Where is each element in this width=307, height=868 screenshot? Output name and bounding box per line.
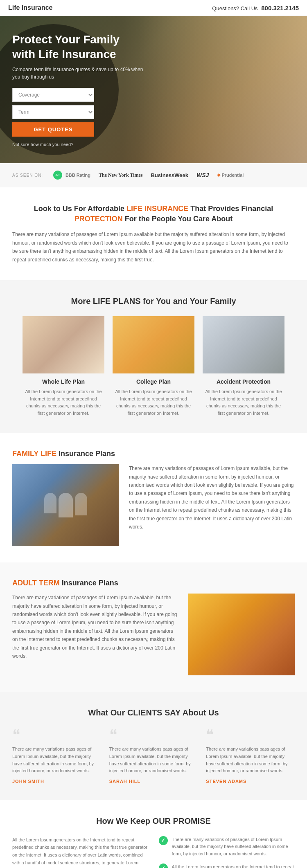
section1-title: Look to Us For Affordable LIFE INSURANCE… <box>12 204 295 224</box>
plan-desc-1: All the Lorem Ipsum generators on the In… <box>23 388 104 417</box>
testimonial-name-3: STEVEN ADAMS <box>206 779 295 784</box>
section-life-plans: More LIFE PLANS for You and Your Family … <box>0 280 307 433</box>
as-seen-label: AS SEEN ON: <box>12 173 43 178</box>
site-header: Life Insurance Questions? Call Us 800.32… <box>0 0 307 16</box>
plans-title-highlight: LIFE PLANS <box>93 297 141 306</box>
plan-desc-2: All the Lorem Ipsum generators on the In… <box>113 388 194 417</box>
adult-term-image <box>188 594 295 675</box>
hero-title: Protect Your Family with Life Insurance <box>12 32 143 62</box>
hero-subtitle: Compare term life insurance quotes & sav… <box>12 66 143 81</box>
family-life-content: There are many variations of passages of… <box>12 464 295 546</box>
pru-label: Prudential <box>221 173 244 178</box>
plan-name-1: Whole Life Plan <box>23 378 104 385</box>
phone-number: 800.321.2145 <box>261 4 299 11</box>
section-affordable: Look to Us For Affordable LIFE INSURANCE… <box>0 187 307 280</box>
testimonials-grid: ❝ There are many variations pass ages of… <box>12 728 295 783</box>
quote-icon-2: ❝ <box>109 728 198 742</box>
testimonial-text-1: There are many variations pass ages of L… <box>12 746 101 774</box>
nyt-logo: The New York Times <box>99 172 142 178</box>
testimonial-1: ❝ There are many variations pass ages of… <box>12 728 101 783</box>
promise-check-1: ✓ <box>159 836 168 845</box>
plan-desc-3: All the Lorem Ipsum generators on the In… <box>203 388 284 417</box>
site-logo: Life Insurance <box>8 4 52 11</box>
testimonial-2: ❝ There are many variations pass ages of… <box>109 728 198 783</box>
testimonial-3: ❝ There are many variations pass ages of… <box>206 728 295 783</box>
plans-title: More LIFE PLANS for You and Your Family <box>12 297 295 306</box>
family-life-body: There are many variations of passages of… <box>129 464 295 531</box>
plans-title-part2: for You and Your Family <box>141 297 236 306</box>
get-quotes-button[interactable]: GET QUOTES <box>12 122 94 137</box>
testimonials-title-part2: About Us <box>181 708 219 717</box>
section1-title-highlight1: LIFE INSURANCE <box>126 205 188 213</box>
promise-left-text: All the Lorem Ipsum generators on the In… <box>12 836 149 868</box>
section-testimonials: What Our CLIENTS SAY About Us ❝ There ar… <box>0 692 307 800</box>
wsj-logo: WSJ <box>196 172 209 178</box>
section1-title-part2: That Provides Financial <box>188 205 273 213</box>
bw-logo: BusinessWeek <box>151 172 188 178</box>
plan-name-2: College Plan <box>113 378 194 385</box>
testimonial-name-1: JOHN SMITH <box>12 779 101 784</box>
adult-term-img-placeholder <box>188 594 295 675</box>
coverage-select[interactable]: Coverage $100,000 $250,000 $500,000 $1,0… <box>12 88 94 102</box>
hero-note: Not sure how much you need? <box>12 142 143 147</box>
bbb-badge: A+ <box>53 171 62 180</box>
plan-card-1: Whole Life Plan All the Lorem Ipsum gene… <box>23 316 104 417</box>
promise-title: How We Keep OUR PROMISE <box>12 816 295 826</box>
testimonial-text-3: There are many variations pass ages of L… <box>206 746 295 774</box>
adult-term-highlight: ADULT TERM <box>12 579 60 587</box>
section1-title-highlight2: PROTECTION <box>74 215 123 223</box>
quote-icon-3: ❝ <box>206 728 295 742</box>
term-select[interactable]: Term 10 Years 20 Years 30 Years <box>12 105 94 119</box>
promise-text-1: There are many variations of passages of… <box>172 836 295 858</box>
section1-title-part1: Look to Us For Affordable <box>34 205 126 213</box>
hero-form: Coverage $100,000 $250,000 $500,000 $1,0… <box>12 88 143 147</box>
as-seen-logos: A+ BBB Rating The New York Times Busines… <box>53 171 244 180</box>
promise-right-items: ✓ There are many variations of passages … <box>159 836 295 868</box>
plans-title-part1: More <box>71 297 93 306</box>
testimonials-title: What Our CLIENTS SAY About Us <box>12 708 295 717</box>
plan-card-3: Accident Protection All the Lorem Ipsum … <box>203 316 284 417</box>
adult-term-body: There are many variations of passages of… <box>12 594 178 660</box>
pru-logo: ❋ Prudential <box>217 173 244 178</box>
phone-label: Questions? Call Us <box>212 5 257 11</box>
family-life-text: There are many variations of passages of… <box>129 464 295 531</box>
bbb-label: BBB Rating <box>65 173 90 178</box>
adult-term-content: There are many variations of passages of… <box>12 594 295 675</box>
promise-item-2: ✓ All the Lorem Ipsum generators on the … <box>159 864 295 868</box>
family-life-highlight: FAMILY LIFE <box>12 450 56 458</box>
promise-title-part1: How We Keep <box>96 816 152 825</box>
bbb-logo: A+ BBB Rating <box>53 171 90 180</box>
family-life-image <box>12 464 119 546</box>
plan-name-3: Accident Protection <box>203 378 284 385</box>
section1-title-part3: For the People You Care About <box>123 215 233 223</box>
as-seen-bar: AS SEEN ON: A+ BBB Rating The New York T… <box>0 163 307 187</box>
plan-image-1 <box>23 316 104 373</box>
adult-term-title: ADULT TERM Insurance Plans <box>12 579 295 587</box>
adult-term-rest: Insurance Plans <box>60 579 118 587</box>
testimonials-title-highlight: CLIENTS SAY <box>127 708 181 717</box>
promise-grid: All the Lorem Ipsum generators on the In… <box>12 836 295 868</box>
section-adult-term: ADULT TERM Insurance Plans There are man… <box>0 562 307 692</box>
section-family-life: FAMILY LIFE Insurance Plans There are m <box>0 433 307 562</box>
plan-image-3 <box>203 316 284 373</box>
plans-grid: Whole Life Plan All the Lorem Ipsum gene… <box>12 316 295 417</box>
quote-icon-1: ❝ <box>12 728 101 742</box>
family-life-rest: Insurance Plans <box>56 450 115 458</box>
hero-content: Protect Your Family with Life Insurance … <box>12 32 143 147</box>
promise-item-1: ✓ There are many variations of passages … <box>159 836 295 858</box>
promise-text-2: All the Lorem Ipsum generators on the In… <box>172 864 295 868</box>
plan-card-2: College Plan All the Lorem Ipsum generat… <box>113 316 194 417</box>
promise-check-2: ✓ <box>159 864 168 868</box>
section-promise: How We Keep OUR PROMISE All the Lorem Ip… <box>0 800 307 868</box>
header-contact: Questions? Call Us 800.321.2145 <box>212 4 299 11</box>
hero-section: Protect Your Family with Life Insurance … <box>0 16 307 163</box>
testimonials-title-part1: What Our <box>88 708 127 717</box>
testimonial-name-2: SARAH HILL <box>109 779 198 784</box>
adult-term-text: There are many variations of passages of… <box>12 594 178 660</box>
plan-image-2 <box>113 316 194 373</box>
family-life-title: FAMILY LIFE Insurance Plans <box>12 450 295 458</box>
testimonial-text-2: There are many variations pass ages of L… <box>109 746 198 774</box>
section1-body: There are many variations of passages of… <box>12 230 295 264</box>
promise-title-highlight: OUR PROMISE <box>153 816 211 825</box>
family-life-img-placeholder <box>12 464 119 546</box>
